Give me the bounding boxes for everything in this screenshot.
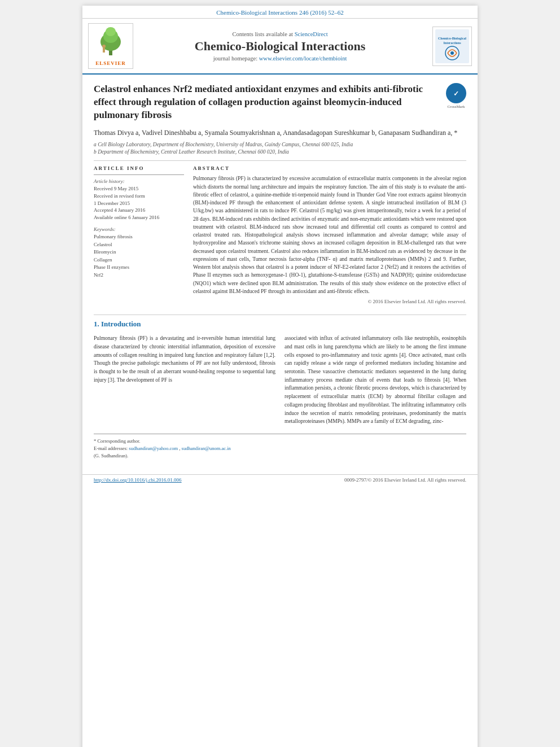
cbi-logo-icon: Chemico-Biological Interactions bbox=[435, 29, 469, 63]
accepted-date: Accepted 4 January 2016 bbox=[94, 207, 184, 214]
keywords-list: Pulmonary fibrosisCelastrolBleomycinColl… bbox=[94, 233, 184, 279]
abstract-header: ABSTRACT bbox=[193, 165, 466, 171]
history-label: Article history: bbox=[94, 178, 184, 184]
keywords-section: Keywords: Pulmonary fibrosisCelastrolBle… bbox=[94, 226, 184, 279]
keyword-item: Bleomycin bbox=[94, 248, 184, 256]
keywords-label: Keywords: bbox=[94, 226, 184, 232]
contents-text: Contents lists available at bbox=[232, 31, 293, 37]
article-info-column: ARTICLE INFO Article history: Received 9… bbox=[94, 165, 184, 304]
homepage-link[interactable]: www.elsevier.com/locate/chembioint bbox=[259, 55, 347, 62]
intro-right-col: associated with influx of activated infl… bbox=[285, 334, 466, 426]
elsevier-tree-icon bbox=[94, 26, 128, 57]
elsevier-label: ELSEVIER bbox=[91, 60, 130, 66]
svg-text:Chemico-Biological: Chemico-Biological bbox=[438, 37, 466, 40]
svg-text:Interactions: Interactions bbox=[444, 41, 462, 45]
svg-point-10 bbox=[450, 51, 454, 55]
crossmark-label: CrossMark bbox=[446, 104, 466, 109]
intro-left-col: Pulmonary fibrosis (PF) is a devastating… bbox=[94, 334, 275, 426]
sciencedirect-link[interactable]: ScienceDirect bbox=[295, 31, 328, 37]
cbi-logo-box: Chemico-Biological Interactions bbox=[432, 27, 472, 66]
corresponding-author-note: * Corresponding author. bbox=[94, 438, 466, 445]
email-2-link[interactable]: sudhandiran@unom.ac.in bbox=[182, 445, 231, 451]
divider-1 bbox=[94, 160, 466, 161]
abstract-column: ABSTRACT Pulmonary fibrosis (PF) is char… bbox=[193, 165, 466, 304]
affiliation-note: (G. Sudhandiran). bbox=[94, 452, 466, 460]
available-date: Available online 6 January 2016 bbox=[94, 214, 184, 221]
introduction-section: 1. Introduction Pulmonary fibrosis (PF) … bbox=[94, 314, 466, 426]
intro-columns: Pulmonary fibrosis (PF) is a devastating… bbox=[94, 334, 466, 426]
info-abstract-columns: ARTICLE INFO Article history: Received 9… bbox=[94, 165, 466, 304]
email-label: E-mail addresses: bbox=[94, 445, 128, 451]
corresponding-label: * Corresponding author. bbox=[94, 438, 140, 444]
email-sep: , bbox=[179, 445, 180, 451]
authors-line: Thomas Divya a, Vadivel Dineshbabu a, Sy… bbox=[94, 128, 466, 138]
page-footer: http://dx.doi.org/10.1016/j.cbi.2016.01.… bbox=[82, 474, 478, 485]
affiliation-a: a Cell Biology Laboratory, Department of… bbox=[94, 141, 466, 148]
svg-rect-5 bbox=[103, 48, 105, 53]
journal-header: ELSEVIER Contents lists available at Sci… bbox=[82, 19, 478, 75]
abstract-text: Pulmonary fibrosis (PF) is characterized… bbox=[193, 174, 466, 295]
elsevier-logo-left: ELSEVIER bbox=[88, 23, 133, 69]
article-content: Celastrol enhances Nrf2 mediated antioxi… bbox=[82, 75, 478, 468]
keyword-item: Pulmonary fibrosis bbox=[94, 233, 184, 241]
section-label: Introduction bbox=[101, 320, 141, 328]
doi-link[interactable]: http://dx.doi.org/10.1016/j.cbi.2016.01.… bbox=[94, 477, 182, 483]
keyword-item: Collagen bbox=[94, 256, 184, 264]
keyword-item: Phase II enzymes bbox=[94, 264, 184, 272]
authors-text: Thomas Divya a, Vadivel Dineshbabu a, Sy… bbox=[94, 129, 457, 137]
journal-center-info: Contents lists available at ScienceDirec… bbox=[133, 31, 427, 62]
journal-logo-right: Chemico-Biological Interactions bbox=[427, 27, 472, 66]
revised-date: 1 December 2015 bbox=[94, 200, 184, 207]
svg-point-4 bbox=[102, 45, 106, 48]
contents-line: Contents lists available at ScienceDirec… bbox=[133, 31, 427, 37]
article-title: Celastrol enhances Nrf2 mediated antioxi… bbox=[94, 83, 440, 122]
article-title-section: Celastrol enhances Nrf2 mediated antioxi… bbox=[94, 83, 466, 122]
issn-copyright: 0009-2797/© 2016 Elsevier Ireland Ltd. A… bbox=[344, 477, 466, 483]
homepage-text: journal homepage: bbox=[213, 55, 257, 62]
journal-title: Chemico-Biological Interactions bbox=[133, 39, 427, 54]
keyword-item: Celastrol bbox=[94, 241, 184, 249]
received-revised-label: Received in revised form bbox=[94, 193, 184, 200]
crossmark-badge-container: ✓ CrossMark bbox=[446, 83, 466, 109]
crossmark-icon: ✓ bbox=[446, 83, 466, 103]
copyright-line: © 2016 Elsevier Ireland Ltd. All rights … bbox=[193, 299, 466, 304]
keyword-item: Nrf2 bbox=[94, 272, 184, 279]
section-number: 1. bbox=[94, 320, 101, 328]
intro-left-text: Pulmonary fibrosis (PF) is a devastating… bbox=[94, 334, 275, 384]
svg-text:✓: ✓ bbox=[453, 90, 459, 98]
email-line: E-mail addresses: sudhandiran@yahoo.com … bbox=[94, 445, 466, 452]
journal-reference-bar: Chemico-Biological Interactions 246 (201… bbox=[82, 6, 478, 19]
journal-ref-text: Chemico-Biological Interactions 246 (201… bbox=[216, 9, 343, 16]
email-1-link[interactable]: sudhandiran@yahoo.com bbox=[129, 445, 178, 451]
affiliation-b: b Department of Biochemistry, Central Le… bbox=[94, 148, 466, 156]
article-history-group: Article history: Received 9 May 2015 Rec… bbox=[94, 178, 184, 221]
section-title: 1. Introduction bbox=[94, 320, 466, 329]
intro-right-text: associated with influx of activated infl… bbox=[285, 334, 466, 426]
article-page: Chemico-Biological Interactions 246 (201… bbox=[82, 6, 478, 747]
article-info-header: ARTICLE INFO bbox=[94, 165, 184, 171]
affiliations: a Cell Biology Laboratory, Department of… bbox=[94, 141, 466, 156]
svg-point-3 bbox=[106, 27, 116, 36]
footnotes-section: * Corresponding author. E-mail addresses… bbox=[94, 434, 466, 459]
received-date: Received 9 May 2015 bbox=[94, 185, 184, 193]
homepage-line: journal homepage: www.elsevier.com/locat… bbox=[133, 55, 427, 62]
article-info-box: Article history: Received 9 May 2015 Rec… bbox=[94, 174, 184, 221]
